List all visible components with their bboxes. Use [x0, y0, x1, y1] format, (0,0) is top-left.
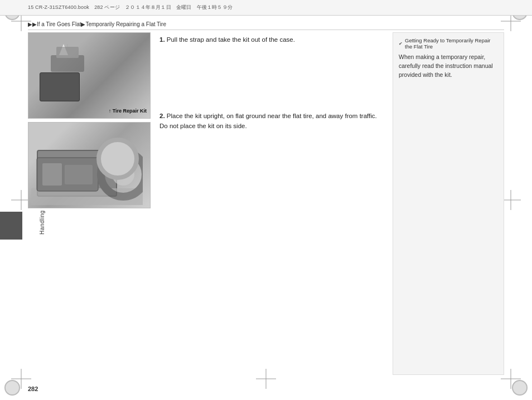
kit-label: Tire Repair Kit — [109, 108, 147, 114]
svg-rect-20 — [65, 165, 93, 184]
top-image: Tire Repair Kit — [28, 32, 151, 119]
note-body: When making a temporary repair, carefull… — [399, 53, 498, 79]
instruction-1-text: Pull the strap and take the kit out of t… — [167, 36, 295, 43]
svg-rect-15 — [56, 47, 79, 58]
page: 15 CR-Z-31SZT6400.book 282 ページ ２０１４年８月１日… — [0, 0, 532, 400]
svg-rect-19 — [42, 163, 62, 186]
right-column-note: Getting Ready to Temporarily Repair the … — [393, 32, 504, 375]
sidebar-tab — [0, 212, 22, 240]
svg-point-22 — [112, 163, 134, 186]
page-number: 282 — [28, 386, 38, 392]
header-bar: 15 CR-Z-31SZT6400.book 282 ページ ２０１４年８月１日… — [0, 0, 532, 16]
note-title: Getting Ready to Temporarily Repair the … — [399, 37, 498, 50]
instruction-2-text: Place the kit upright, on flat ground ne… — [159, 113, 377, 129]
breadcrumb: ▶▶If a Tire Goes Flat▶Temporarily Repair… — [28, 21, 504, 30]
left-column: Tire Repair Kit — [28, 32, 151, 375]
instruction-2-number: 2. — [159, 113, 165, 119]
center-column: 1. Pull the strap and take the kit out o… — [159, 32, 384, 375]
top-image-content — [28, 33, 150, 118]
main-content: Tire Repair Kit — [28, 32, 504, 375]
instruction-2: 2. Place the kit upright, on flat ground… — [159, 111, 384, 131]
instruction-1: 1. Pull the strap and take the kit out o… — [159, 35, 384, 45]
file-info: 15 CR-Z-31SZT6400.book 282 ページ ２０１４年８月１日… — [28, 4, 233, 11]
instruction-1-number: 1. — [159, 36, 165, 43]
bottom-image — [28, 122, 151, 208]
bottom-image-content — [28, 123, 150, 208]
